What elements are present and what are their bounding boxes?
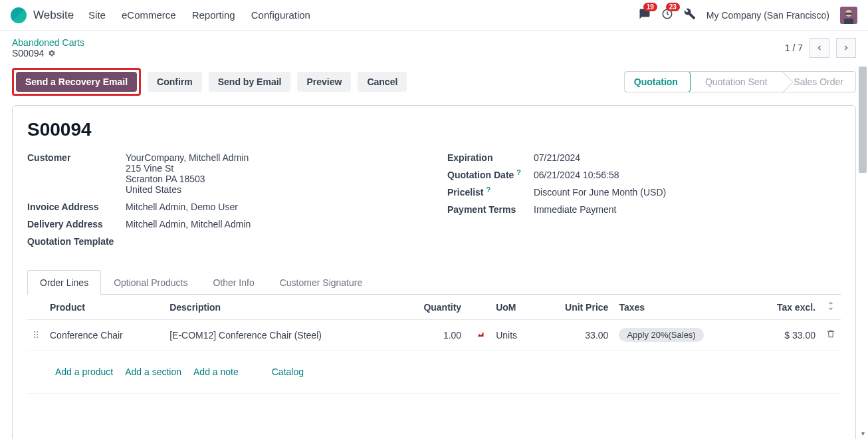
label-pricelist: Pricelist? xyxy=(447,187,534,198)
recovery-email-button[interactable]: Send a Recovery Email xyxy=(16,72,137,92)
cell-price[interactable]: 33.00 xyxy=(536,320,614,351)
highlight-annotation: Send a Recovery Email xyxy=(12,68,141,96)
value-expiration[interactable]: 07/21/2024 xyxy=(534,152,580,163)
label-customer: Customer xyxy=(27,152,126,163)
activity-icon[interactable]: 23 xyxy=(661,8,673,22)
document-title: S00094 xyxy=(27,119,841,140)
value-delivery[interactable]: Mitchell Admin, Mitchell Admin xyxy=(126,219,251,229)
cell-excl: $ 33.00 xyxy=(750,320,821,351)
col-uom[interactable]: UoM xyxy=(490,295,536,320)
order-lines-table: Product Description Quantity UoM Unit Pr… xyxy=(27,295,841,394)
breadcrumb-parent[interactable]: Abandoned Carts xyxy=(12,37,84,48)
delete-row-icon[interactable] xyxy=(826,330,835,341)
table-row[interactable]: ⠿ Conference Chair [E-COM12] Conference … xyxy=(27,320,841,351)
form-card: S00094 Customer YourCompany, Mitchell Ad… xyxy=(12,105,856,439)
nav-reporting[interactable]: Reporting xyxy=(192,9,235,21)
tab-other[interactable]: Other Info xyxy=(200,270,267,295)
col-qty[interactable]: Quantity xyxy=(397,295,467,320)
label-invoice: Invoice Address xyxy=(27,202,126,212)
label-template: Quotation Template xyxy=(27,236,126,247)
preview-button[interactable]: Preview xyxy=(297,72,351,92)
status-order[interactable]: Sales Order xyxy=(779,72,855,92)
tax-pill[interactable]: Apply 20%(Sales) xyxy=(619,328,703,342)
confirm-button[interactable]: Confirm xyxy=(148,72,202,92)
col-excl[interactable]: Tax excl. xyxy=(750,295,821,320)
columns-options-icon[interactable] xyxy=(826,302,835,313)
nav-site[interactable]: Site xyxy=(88,9,106,21)
messages-badge: 19 xyxy=(643,3,657,11)
tab-signature[interactable]: Customer Signature xyxy=(267,270,376,295)
messages-icon[interactable]: 19 xyxy=(639,8,651,22)
activity-badge: 23 xyxy=(666,3,680,11)
cell-product[interactable]: Conference Chair xyxy=(45,320,164,351)
value-customer[interactable]: YourCompany, Mitchell Admin 215 Vine St … xyxy=(126,152,249,195)
company-selector[interactable]: My Company (San Francisco) xyxy=(706,10,829,21)
svg-rect-3 xyxy=(844,19,853,24)
help-icon[interactable]: ? xyxy=(516,168,521,176)
cell-uom[interactable]: Units xyxy=(490,320,536,351)
col-product[interactable]: Product xyxy=(45,295,164,320)
scrollbar-thumb[interactable] xyxy=(859,67,867,173)
send-email-button[interactable]: Send by Email xyxy=(209,72,291,92)
value-invoice[interactable]: Mitchell Admin, Demo User xyxy=(126,202,238,212)
customer-addr1: 215 Vine St xyxy=(126,163,249,174)
value-qdate[interactable]: 06/21/2024 10:56:58 xyxy=(534,170,619,180)
breadcrumb-row: Abandoned Carts S00094 1 / 7 xyxy=(0,31,868,63)
col-price[interactable]: Unit Price xyxy=(536,295,614,320)
status-bar: Quotation Quotation Sent Sales Order xyxy=(624,71,856,92)
pager-prev-button[interactable] xyxy=(810,38,829,58)
add-note-link[interactable]: Add a note xyxy=(193,366,239,377)
pager-text[interactable]: 1 / 7 xyxy=(785,43,803,53)
add-product-link[interactable]: Add a product xyxy=(55,366,113,377)
chevron-left-icon xyxy=(815,44,823,52)
cell-desc[interactable]: [E-COM12] Conference Chair (Steel) xyxy=(164,320,397,351)
nav-configuration[interactable]: Configuration xyxy=(251,9,310,21)
pager-next-button[interactable] xyxy=(836,38,856,58)
label-qdate: Quotation Date? xyxy=(447,170,534,180)
tab-order-lines[interactable]: Order Lines xyxy=(27,270,101,295)
app-logo xyxy=(11,7,27,23)
value-terms[interactable]: Immediate Payment xyxy=(534,204,617,215)
cancel-button[interactable]: Cancel xyxy=(358,72,407,92)
label-expiration: Expiration xyxy=(447,152,534,163)
help-icon[interactable]: ? xyxy=(486,186,490,194)
customer-addr2: Scranton PA 18503 xyxy=(126,174,249,184)
tab-optional[interactable]: Optional Products xyxy=(101,270,200,295)
customer-addr3: United States xyxy=(126,184,249,195)
customer-name: YourCompany, Mitchell Admin xyxy=(126,152,249,163)
nav-ecommerce[interactable]: eCommerce xyxy=(122,9,176,21)
app-brand[interactable]: Website xyxy=(33,9,74,22)
action-bar: Send a Recovery Email Confirm Send by Em… xyxy=(0,63,868,105)
cell-qty[interactable]: 1.00 xyxy=(397,320,467,351)
col-desc[interactable]: Description xyxy=(164,295,397,320)
tabs: Order Lines Optional Products Other Info… xyxy=(27,269,841,295)
catalog-link[interactable]: Catalog xyxy=(272,366,304,377)
breadcrumb-current-text: S00094 xyxy=(12,48,44,59)
status-quotation[interactable]: Quotation xyxy=(624,71,691,92)
label-delivery: Delivery Address xyxy=(27,219,126,229)
label-terms: Payment Terms xyxy=(447,204,534,215)
add-section-link[interactable]: Add a section xyxy=(125,366,181,377)
scroll-down-icon[interactable]: ▾ xyxy=(859,428,867,438)
col-tax[interactable]: Taxes xyxy=(613,295,750,320)
value-pricelist[interactable]: Discount For June Month (USD) xyxy=(534,187,666,198)
debug-icon[interactable] xyxy=(684,8,696,22)
drag-handle-icon[interactable]: ⠿ xyxy=(27,320,45,351)
gear-icon[interactable] xyxy=(48,49,56,57)
chevron-right-icon xyxy=(842,44,850,52)
svg-rect-4 xyxy=(845,13,852,15)
top-nav: Website Site eCommerce Reporting Configu… xyxy=(0,0,868,31)
breadcrumb-current: S00094 xyxy=(12,48,84,59)
user-avatar[interactable] xyxy=(840,7,857,24)
forecast-icon[interactable] xyxy=(476,330,485,341)
status-sent[interactable]: Quotation Sent xyxy=(691,72,779,92)
